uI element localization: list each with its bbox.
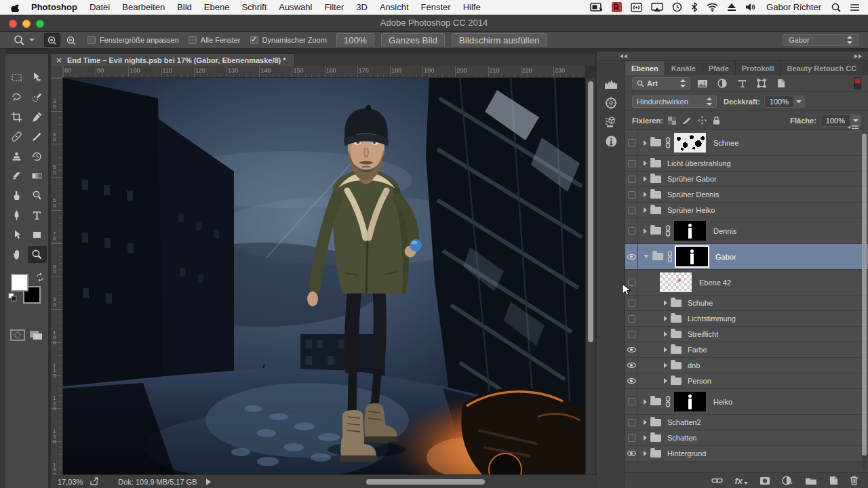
disclosure-triangle[interactable] <box>664 300 667 306</box>
notification-center-icon[interactable] <box>850 3 860 12</box>
panel-tab[interactable]: Beauty Retouch CC <box>781 61 863 75</box>
layer-row[interactable]: Sprüher Gabor <box>625 171 868 187</box>
filter-kind-select[interactable]: Art <box>632 77 690 89</box>
pen-tool[interactable] <box>7 207 26 224</box>
disclosure-triangle[interactable] <box>644 435 647 441</box>
checkbox-box[interactable] <box>250 36 258 44</box>
path-selection-tool[interactable] <box>7 226 26 243</box>
marquee-tool[interactable] <box>7 69 26 86</box>
visibility-toggle[interactable] <box>625 244 638 269</box>
menu-datei[interactable]: Datei <box>83 2 116 12</box>
eraser-tool[interactable] <box>7 167 26 184</box>
canvas-vertical-scrollbar[interactable] <box>585 78 595 474</box>
crop-tool[interactable] <box>7 108 26 125</box>
layer-name[interactable]: Streiflicht <box>685 330 718 338</box>
fit-screen-button[interactable]: Ganzes Bild <box>381 33 445 47</box>
layer-name[interactable]: Schuhe <box>685 299 713 307</box>
layer-name[interactable]: Lichtstimmung <box>685 314 736 323</box>
opacity-dropdown[interactable] <box>794 96 805 108</box>
layer-row[interactable]: Licht überstrahlung <box>625 156 868 171</box>
quick-selection-tool[interactable] <box>28 89 47 106</box>
zoom-tool[interactable] <box>28 246 47 263</box>
visibility-toggle[interactable] <box>625 130 638 155</box>
layer-row[interactable]: Sprüher Heiko <box>625 203 868 218</box>
visibility-toggle[interactable] <box>625 446 638 461</box>
layer-row[interactable]: Schnee <box>625 130 868 156</box>
lock-transparency-icon[interactable] <box>668 117 676 125</box>
vertical-ruler[interactable]: 30405060708090100110120130140 <box>51 78 63 474</box>
volume-icon[interactable] <box>745 3 756 12</box>
layer-mask-thumbnail[interactable] <box>660 272 692 292</box>
layer-name[interactable]: Schnee <box>711 139 738 147</box>
layer-row[interactable]: Farbe <box>625 342 868 358</box>
workspace-select[interactable]: Gabor <box>783 34 859 46</box>
visibility-toggle[interactable] <box>625 389 638 414</box>
foreground-color-swatch[interactable] <box>11 274 28 291</box>
layer-mask-thumbnail[interactable] <box>674 133 706 152</box>
options-grip[interactable] <box>4 35 7 45</box>
fill-value[interactable]: 100% <box>821 115 850 127</box>
filter-smart-object-icon[interactable] <box>774 79 789 88</box>
visibility-toggle[interactable] <box>625 311 638 326</box>
disclosure-triangle[interactable] <box>644 161 647 166</box>
filter-adjustment-icon[interactable] <box>715 79 730 88</box>
disclosure-triangle[interactable] <box>644 255 649 258</box>
disclosure-triangle[interactable] <box>644 399 647 405</box>
layer-name[interactable]: Dennis <box>711 227 736 235</box>
canvas[interactable] <box>63 78 585 474</box>
disclosure-triangle[interactable] <box>644 207 647 213</box>
mask-link-icon[interactable] <box>665 225 671 237</box>
info-panel-icon[interactable] <box>597 131 625 150</box>
navigator-panel-icon[interactable] <box>597 94 625 113</box>
layer-name[interactable]: Schatten <box>665 434 696 442</box>
add-layer-mask-icon[interactable] <box>760 476 770 485</box>
checkbox-box[interactable] <box>87 36 96 44</box>
layer-name[interactable]: Ebene 42 <box>696 279 731 287</box>
visibility-toggle[interactable] <box>625 415 638 430</box>
screen-mode-icon[interactable] <box>28 329 43 341</box>
airplay-display-icon[interactable] <box>651 3 663 12</box>
menu-filter[interactable]: Filter <box>318 2 350 12</box>
lock-all-icon[interactable] <box>713 116 720 125</box>
layer-row[interactable]: Streiflicht <box>625 327 868 342</box>
visibility-toggle[interactable] <box>625 296 638 310</box>
scrollbar-thumb[interactable] <box>588 81 593 342</box>
layer-name[interactable]: Schatten2 <box>665 418 701 426</box>
menu-bearbeiten[interactable]: Bearbeiten <box>116 2 171 12</box>
layer-style-icon[interactable]: fx <box>734 476 748 486</box>
adjustment-layer-icon[interactable] <box>782 476 793 485</box>
layer-mask-thumbnail[interactable] <box>674 392 706 411</box>
hand-tool[interactable] <box>7 246 26 263</box>
visibility-toggle[interactable] <box>625 187 638 202</box>
layer-name[interactable]: Gabor <box>713 253 736 261</box>
histogram-panel-icon[interactable] <box>597 75 625 94</box>
strip-grip[interactable] <box>602 64 620 71</box>
layer-row[interactable]: Schuhe <box>625 296 868 311</box>
layer-name[interactable]: Heiko <box>711 398 732 406</box>
opacity-value[interactable]: 100% <box>764 96 794 108</box>
disclosure-triangle[interactable] <box>664 316 667 321</box>
layer-row[interactable]: Ebene 42 <box>625 270 868 296</box>
menu-fenster[interactable]: Fenster <box>415 2 457 12</box>
document-size-info[interactable]: Dok: 109,9 MB/5,17 GB <box>118 478 197 486</box>
quick-mask-icon[interactable] <box>10 329 25 341</box>
layer-name[interactable]: Sprüher Dennis <box>665 190 719 199</box>
checkbox-dynamischer-zoom[interactable]: Dynamischer Zoom <box>250 36 327 44</box>
visibility-toggle[interactable] <box>625 342 638 357</box>
disclosure-triangle[interactable] <box>644 176 647 182</box>
document-tab[interactable]: End Time – Evil nights.psb bei 17% (Gabo… <box>51 54 295 66</box>
blend-mode-select[interactable]: Hindurchwirken <box>632 96 717 108</box>
panel-tab[interactable]: Pfade <box>703 61 736 75</box>
clone-stamp-tool[interactable] <box>7 148 26 165</box>
disclosure-triangle[interactable] <box>664 363 667 368</box>
lock-position-icon[interactable] <box>698 116 707 125</box>
new-layer-icon[interactable] <box>829 476 838 485</box>
link-layers-icon[interactable] <box>711 477 723 484</box>
panel-tab[interactable]: Protokoll <box>736 61 781 75</box>
history-brush-tool[interactable] <box>28 148 47 165</box>
window-title-bar[interactable]: Adobe Photoshop CC 2014 <box>0 15 868 32</box>
recorder-badge-icon[interactable] <box>612 2 622 12</box>
disclosure-triangle[interactable] <box>664 378 667 384</box>
layer-row[interactable]: dnb <box>625 358 868 373</box>
layer-row[interactable]: Person <box>625 373 868 389</box>
